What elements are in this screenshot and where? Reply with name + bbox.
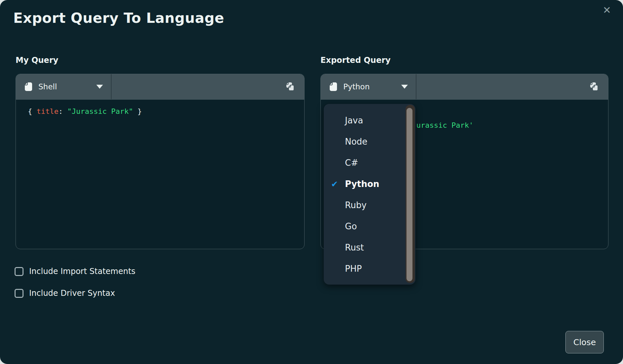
code-token: { <box>28 107 37 115</box>
language-dropdown-menu: ✔ Java ✔ Node ✔ C# ✔ Python ✔ Ruby ✔ Go … <box>324 104 415 285</box>
code-token: "Jurassic Park" <box>67 107 133 115</box>
export-language-select[interactable]: Python <box>321 74 416 99</box>
menu-item-php[interactable]: ✔ PHP <box>324 258 415 279</box>
menu-item-python[interactable]: ✔ Python <box>324 173 415 195</box>
toolbar-spacer <box>416 74 587 99</box>
my-query-toolbar: Shell <box>16 74 304 100</box>
modal-title: Export Query To Language <box>13 10 224 26</box>
option-label: Include Import Statements <box>29 267 135 276</box>
copy-query-button[interactable] <box>283 80 297 94</box>
file-icon <box>329 82 337 91</box>
menu-item-java[interactable]: ✔ Java <box>324 110 415 131</box>
include-import-statements-option[interactable]: Include Import Statements <box>15 267 135 276</box>
toolbar-spacer <box>112 74 283 99</box>
menu-item-rust[interactable]: ✔ Rust <box>324 237 415 258</box>
code-token: 'Jurassic Park' <box>407 121 473 129</box>
chevron-down-icon <box>96 85 103 89</box>
menu-item-ruby[interactable]: ✔ Ruby <box>324 195 415 216</box>
copy-icon <box>284 81 296 92</box>
export-language-value: Python <box>343 82 370 91</box>
file-icon <box>24 82 32 91</box>
my-query-editor-panel: Shell { title: "Jurassic Park" } <box>16 74 305 249</box>
exported-query-toolbar: Python <box>321 74 608 100</box>
my-query-label: My Query <box>16 56 58 65</box>
menu-item-node[interactable]: ✔ Node <box>324 131 415 152</box>
exported-query-label: Exported Query <box>320 56 391 65</box>
close-icon[interactable]: ✕ <box>601 3 613 17</box>
include-driver-syntax-option[interactable]: Include Driver Syntax <box>15 289 115 298</box>
include-import-statements-checkbox[interactable] <box>15 267 24 276</box>
input-language-select[interactable]: Shell <box>16 74 112 99</box>
menu-scrollbar-track[interactable] <box>406 105 415 283</box>
check-icon: ✔ <box>331 179 345 189</box>
code-token: title <box>37 107 59 115</box>
option-label: Include Driver Syntax <box>29 289 115 298</box>
chevron-down-icon <box>401 85 408 89</box>
export-query-modal: Export Query To Language ✕ My Query Expo… <box>0 0 623 364</box>
copy-exported-button[interactable] <box>587 80 601 94</box>
menu-item-csharp[interactable]: ✔ C# <box>324 152 415 173</box>
include-driver-syntax-checkbox[interactable] <box>15 289 24 298</box>
menu-item-go[interactable]: ✔ Go <box>324 216 415 237</box>
code-token: } <box>133 107 142 115</box>
copy-icon <box>588 81 599 92</box>
code-token: : <box>59 107 68 115</box>
input-language-value: Shell <box>38 82 57 91</box>
close-button[interactable]: Close <box>565 331 604 353</box>
my-query-code[interactable]: { title: "Jurassic Park" } <box>16 100 304 117</box>
menu-scrollbar-thumb[interactable] <box>407 108 412 281</box>
